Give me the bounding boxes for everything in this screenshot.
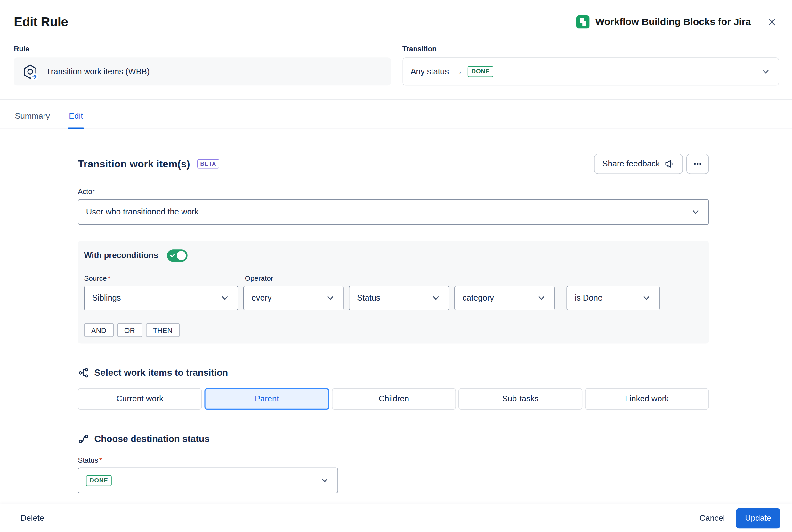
close-button[interactable] [765, 15, 779, 29]
hierarchy-icon [78, 367, 89, 378]
option-children[interactable]: Children [332, 388, 456, 410]
share-feedback-label: Share feedback [602, 159, 659, 169]
modal-footer: Delete Cancel Update [0, 504, 792, 532]
more-options-button[interactable] [686, 154, 709, 174]
panel-title-group: Transition work item(s) BETA [78, 158, 219, 170]
work-items-options: Current work Parent Children Sub-tasks L… [78, 388, 709, 410]
transition-arrow-icon: → [454, 67, 463, 76]
app-logo-icon [577, 15, 590, 28]
chevron-down-icon [325, 293, 336, 303]
chevron-down-icon [220, 293, 230, 303]
transition-path-icon [78, 433, 89, 444]
preconditions-header: With preconditions [84, 249, 703, 262]
preconditions-toggle[interactable] [167, 249, 187, 262]
preconditions-label: With preconditions [84, 251, 158, 260]
rule-label: Rule [14, 44, 391, 53]
actor-value: User who transitioned the work [86, 207, 199, 217]
chevron-down-icon [761, 66, 771, 76]
panel-header: Transition work item(s) BETA Share feedb… [78, 154, 709, 174]
footer-actions: Cancel Update [694, 508, 780, 529]
option-current-work[interactable]: Current work [78, 388, 202, 410]
more-icon [693, 159, 702, 169]
condition-selects-row: Siblings every Status category is Done [84, 286, 703, 310]
app-header: Workflow Building Blocks for Jira [577, 15, 779, 29]
transition-label: Transition [402, 44, 779, 53]
share-feedback-button[interactable]: Share feedback [594, 154, 683, 174]
option-parent[interactable]: Parent [204, 388, 329, 410]
rule-field: Rule Transition work items (WBB) [14, 44, 391, 86]
option-sub-tasks[interactable]: Sub-tasks [458, 388, 582, 410]
edit-tab-content: Transition work item(s) BETA Share feedb… [78, 154, 709, 493]
transition-from-status: Any status [410, 67, 449, 76]
page-title: Edit Rule [14, 14, 68, 29]
chevron-down-icon [536, 293, 546, 303]
rule-transition-row: Rule Transition work items (WBB) Transit… [0, 29, 792, 86]
check-icon [170, 253, 175, 258]
update-button[interactable]: Update [736, 508, 780, 529]
transition-select[interactable]: Any status → DONE [402, 57, 779, 86]
tab-summary[interactable]: Summary [14, 100, 51, 129]
source-select[interactable]: Siblings [84, 286, 238, 310]
category-select[interactable]: category [454, 286, 555, 310]
field-select[interactable]: Status [349, 286, 450, 310]
then-button[interactable]: THEN [146, 323, 180, 337]
actor-select[interactable]: User who transitioned the work [78, 199, 709, 225]
app-name: Workflow Building Blocks for Jira [596, 16, 751, 27]
destination-heading: Choose destination status [94, 433, 209, 444]
operator-label: Operator [245, 274, 273, 282]
required-asterisk: * [99, 456, 102, 464]
delete-button[interactable]: Delete [15, 510, 49, 527]
edit-rule-modal: Edit Rule Workflow Building Blocks for J… [0, 0, 792, 532]
operator-select[interactable]: every [243, 286, 344, 310]
tab-edit[interactable]: Edit [68, 100, 84, 129]
transition-field: Transition Any status → DONE [402, 44, 779, 86]
panel-title: Transition work item(s) [78, 158, 190, 170]
chevron-down-icon [691, 207, 701, 217]
cancel-button[interactable]: Cancel [694, 510, 730, 527]
work-items-section-header: Select work items to transition [78, 367, 709, 378]
chevron-down-icon [320, 475, 330, 486]
toggle-knob [177, 251, 186, 260]
chevron-down-icon [641, 293, 652, 303]
destination-status-select[interactable]: DONE [78, 468, 338, 493]
preconditions-panel: With preconditions Source* Operator Sibl… [78, 241, 709, 344]
work-items-heading: Select work items to transition [94, 367, 228, 378]
value-select[interactable]: is Done [567, 286, 660, 310]
chevron-down-icon [431, 293, 441, 303]
and-button[interactable]: AND [84, 323, 113, 337]
option-linked-work[interactable]: Linked work [585, 388, 709, 410]
rule-value-box: Transition work items (WBB) [14, 57, 391, 86]
status-label: Status* [78, 456, 709, 464]
modal-header: Edit Rule Workflow Building Blocks for J… [0, 0, 792, 29]
actor-label: Actor [78, 188, 709, 196]
destination-status-lozenge: DONE [86, 475, 112, 486]
or-button[interactable]: OR [117, 323, 142, 337]
megaphone-icon [664, 159, 675, 169]
beta-badge: BETA [197, 159, 219, 169]
rule-value: Transition work items (WBB) [46, 67, 150, 76]
source-label: Source* [84, 274, 245, 282]
rule-type-icon [21, 63, 39, 80]
tab-bar: Summary Edit [0, 100, 792, 129]
close-icon [767, 17, 777, 27]
condition-labels-row: Source* Operator [84, 274, 703, 282]
logic-buttons-row: AND OR THEN [84, 323, 703, 337]
required-asterisk: * [108, 274, 111, 282]
destination-section-header: Choose destination status [78, 433, 709, 444]
panel-actions: Share feedback [594, 154, 709, 174]
transition-to-status-lozenge: DONE [468, 66, 493, 77]
